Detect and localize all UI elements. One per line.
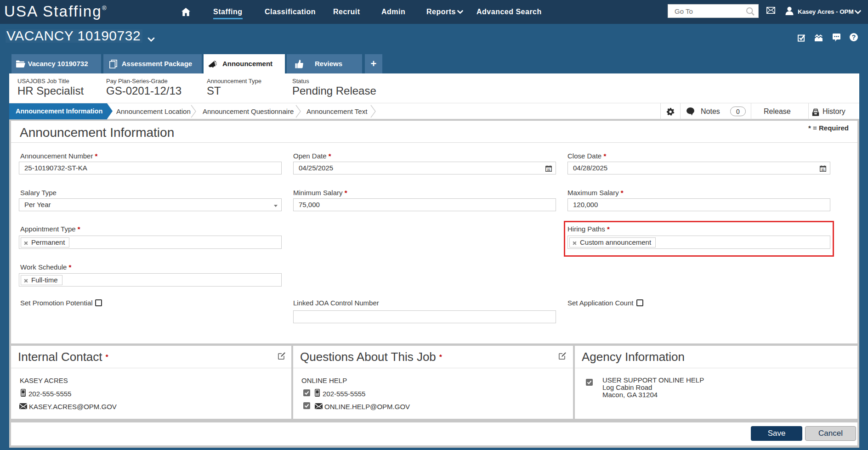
svg-text:?: ?	[852, 34, 856, 41]
svg-text:31: 31	[821, 168, 825, 171]
svg-text:31: 31	[547, 168, 550, 171]
